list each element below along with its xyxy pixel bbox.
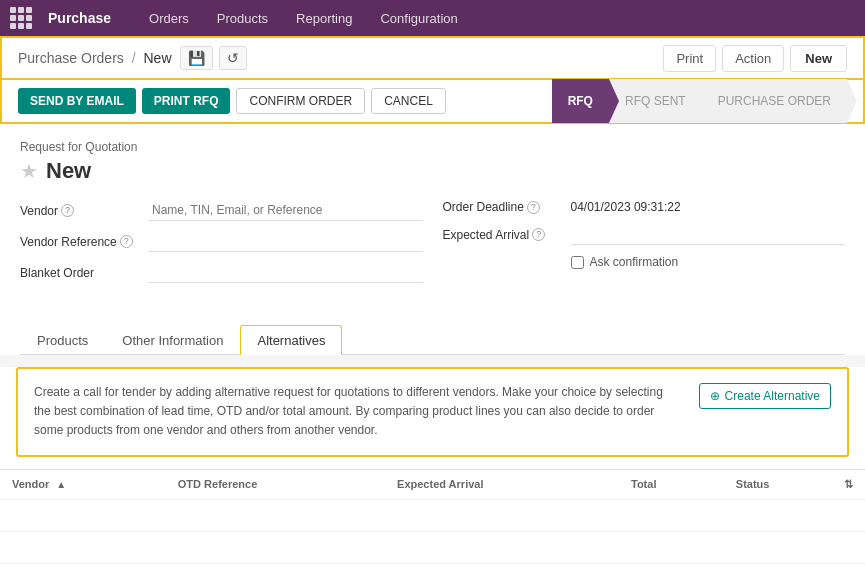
print-rfq-button[interactable]: PRINT RFQ xyxy=(142,88,231,114)
favorite-star-icon[interactable]: ★ xyxy=(20,159,38,183)
alternatives-section: Create a call for tender by adding alter… xyxy=(0,367,865,582)
status-rfq: RFQ xyxy=(552,79,609,123)
app-name[interactable]: Purchase xyxy=(48,10,111,26)
ask-confirmation-row: Ask confirmation xyxy=(443,255,846,269)
breadcrumb: Purchase Orders / New xyxy=(18,50,172,66)
breadcrumb-separator: / xyxy=(132,50,136,66)
nav-products[interactable]: Products xyxy=(205,7,280,30)
tab-products[interactable]: Products xyxy=(20,325,105,355)
expected-arrival-label: Expected Arrival ? xyxy=(443,228,563,242)
blanket-order-label: Blanket Order xyxy=(20,266,140,280)
nav-items: Orders Products Reporting Configuration xyxy=(137,7,470,30)
order-deadline-row: Order Deadline ? 04/01/2023 09:31:22 xyxy=(443,200,846,214)
col-otd-reference: OTD Reference xyxy=(166,469,385,499)
form-section: Vendor ? Vendor Reference ? Blanket Orde… xyxy=(20,200,845,293)
alternatives-table: Vendor ▲ OTD Reference Expected Arrival … xyxy=(0,469,865,582)
status-rfq-sent: RFQ SENT xyxy=(609,79,702,123)
undo-button[interactable]: ↺ xyxy=(219,46,247,70)
expected-arrival-help-icon[interactable]: ? xyxy=(532,228,545,241)
ask-confirmation-checkbox-row: Ask confirmation xyxy=(571,255,679,269)
col-expected-arrival: Expected Arrival xyxy=(385,469,619,499)
breadcrumb-parent[interactable]: Purchase Orders xyxy=(18,50,124,66)
order-deadline-label: Order Deadline ? xyxy=(443,200,563,214)
vendor-input[interactable] xyxy=(148,200,423,221)
ask-confirmation-checkbox[interactable] xyxy=(571,256,584,269)
ask-confirmation-label: Ask confirmation xyxy=(590,255,679,269)
breadcrumb-left: Purchase Orders / New 💾 ↺ xyxy=(18,46,247,70)
action-bar: SEND BY EMAIL PRINT RFQ CONFIRM ORDER CA… xyxy=(0,80,865,124)
vendor-label: Vendor ? xyxy=(20,204,140,218)
nav-configuration[interactable]: Configuration xyxy=(368,7,469,30)
tabs: Products Other Information Alternatives xyxy=(20,325,845,355)
table-settings-icon[interactable]: ⇅ xyxy=(844,478,853,491)
breadcrumb-bar: Purchase Orders / New 💾 ↺ Print Action N… xyxy=(0,36,865,80)
table-row xyxy=(0,563,865,582)
vendor-ref-input[interactable] xyxy=(148,231,423,252)
main-content: Request for Quotation ★ New Vendor ? Ven… xyxy=(0,124,865,325)
save-button[interactable]: 💾 xyxy=(180,46,213,70)
send-email-button[interactable]: SEND BY EMAIL xyxy=(18,88,136,114)
vendor-ref-help-icon[interactable]: ? xyxy=(120,235,133,248)
order-deadline-help-icon[interactable]: ? xyxy=(527,201,540,214)
create-alt-label: Create Alternative xyxy=(725,389,820,403)
order-deadline-value: 04/01/2023 09:31:22 xyxy=(571,200,681,214)
expected-arrival-row: Expected Arrival ? xyxy=(443,224,846,245)
alternatives-box: Create a call for tender by adding alter… xyxy=(16,367,849,457)
status-purchase-order: PURCHASE ORDER xyxy=(702,79,847,123)
status-bar: RFQ RFQ SENT PURCHASE ORDER xyxy=(552,79,847,123)
breadcrumb-icons: 💾 ↺ xyxy=(180,46,247,70)
new-button[interactable]: New xyxy=(790,45,847,72)
vendor-row: Vendor ? xyxy=(20,200,423,221)
table-row xyxy=(0,531,865,563)
create-alternative-button[interactable]: ⊕ Create Alternative xyxy=(699,383,831,409)
vendor-sort-icon: ▲ xyxy=(56,479,66,490)
rfq-title-text: New xyxy=(46,158,91,184)
vendor-ref-label: Vendor Reference ? xyxy=(20,235,140,249)
header-actions: Print Action New xyxy=(663,45,847,72)
print-button[interactable]: Print xyxy=(663,45,716,72)
col-status: Status ⇅ xyxy=(724,469,865,499)
vendor-ref-row: Vendor Reference ? xyxy=(20,231,423,252)
action-button[interactable]: Action xyxy=(722,45,784,72)
table-row xyxy=(0,499,865,531)
tab-alternatives[interactable]: Alternatives xyxy=(240,325,342,355)
confirm-order-button[interactable]: CONFIRM ORDER xyxy=(236,88,365,114)
blanket-order-row: Blanket Order xyxy=(20,262,423,283)
expected-arrival-input[interactable] xyxy=(571,224,846,245)
cancel-button[interactable]: CANCEL xyxy=(371,88,446,114)
tab-other-information[interactable]: Other Information xyxy=(105,325,240,355)
rfq-title: ★ New xyxy=(20,158,845,184)
blanket-order-input[interactable] xyxy=(148,262,423,283)
alternatives-description: Create a call for tender by adding alter… xyxy=(34,383,679,441)
breadcrumb-current: New xyxy=(144,50,172,66)
col-total: Total xyxy=(619,469,724,499)
nav-orders[interactable]: Orders xyxy=(137,7,201,30)
app-grid-icon[interactable] xyxy=(10,7,32,29)
create-alt-icon: ⊕ xyxy=(710,389,720,403)
top-navigation: Purchase Orders Products Reporting Confi… xyxy=(0,0,865,36)
col-vendor[interactable]: Vendor ▲ xyxy=(0,469,166,499)
tabs-container: Products Other Information Alternatives xyxy=(0,325,865,355)
vendor-help-icon[interactable]: ? xyxy=(61,204,74,217)
rfq-label: Request for Quotation xyxy=(20,140,845,154)
nav-reporting[interactable]: Reporting xyxy=(284,7,364,30)
